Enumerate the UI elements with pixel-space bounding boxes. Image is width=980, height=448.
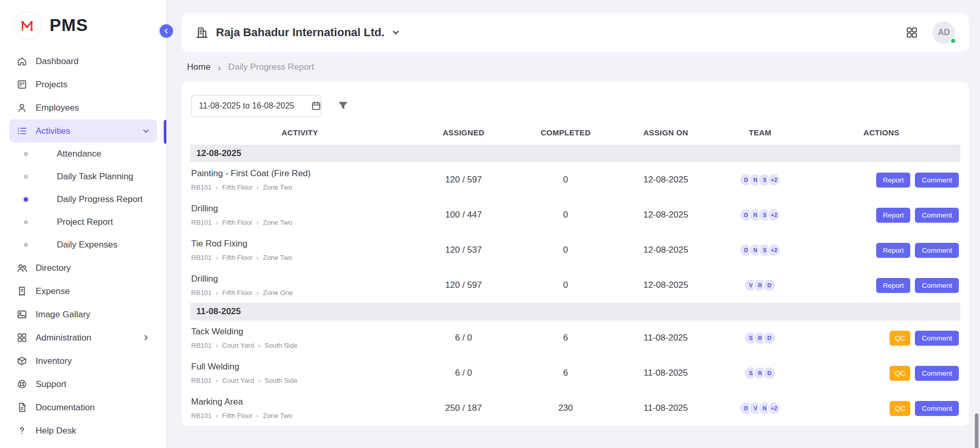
report-button[interactable]: Report xyxy=(876,243,911,258)
sidebar-item-image-gallery[interactable]: Image Gallary xyxy=(9,303,157,326)
completed-value: 6 xyxy=(518,333,614,343)
company-selector[interactable]: Raja Bahadur International Ltd. xyxy=(195,26,400,39)
completed-value: 6 xyxy=(518,368,614,378)
comment-button[interactable]: Comment xyxy=(915,366,959,381)
people-icon xyxy=(17,262,27,273)
path-segment: Fifth Floor xyxy=(222,412,253,420)
sidebar-item-employees[interactable]: Employees xyxy=(9,96,157,119)
team-avatars: DVN+2 xyxy=(718,401,802,415)
lifebuoy-icon xyxy=(17,379,27,390)
vertical-scrollbar[interactable] xyxy=(975,413,978,448)
team-avatar-more[interactable]: +2 xyxy=(767,173,781,187)
bullet-icon xyxy=(24,243,28,247)
sidebar-collapse-button[interactable] xyxy=(158,23,175,39)
comment-button[interactable]: Comment xyxy=(915,331,959,346)
path-segment: Zone Two xyxy=(263,219,292,226)
team-avatar-more[interactable]: +2 xyxy=(767,208,781,222)
sidebar-item-activities[interactable]: Activities xyxy=(9,119,157,143)
sidebar-item-label: Administration xyxy=(36,333,91,343)
sidebar-item-projects[interactable]: Projects xyxy=(9,73,157,96)
filter-row xyxy=(190,95,960,117)
row-actions: ReportComment xyxy=(802,208,960,223)
path-separator-icon: › xyxy=(258,342,260,349)
team-avatar-more[interactable]: +2 xyxy=(767,243,781,257)
breadcrumb-current: Daily Progress Report xyxy=(228,62,314,72)
qc-button[interactable]: QC xyxy=(890,401,910,416)
date-range-input[interactable] xyxy=(191,95,321,117)
top-header: Raja Bahadur International Ltd. AD xyxy=(182,13,969,52)
team-avatar[interactable]: D xyxy=(763,331,776,345)
team-avatar[interactable]: D xyxy=(763,366,776,380)
column-header-actions: ACTIONS xyxy=(802,128,960,137)
date-range-value[interactable] xyxy=(198,101,307,111)
qc-button[interactable]: QC xyxy=(890,331,910,346)
team-avatar-more[interactable]: +2 xyxy=(767,401,781,415)
team-avatars: VRD xyxy=(718,279,802,292)
assigned-value: 6 / 0 xyxy=(410,333,518,343)
comment-button[interactable]: Comment xyxy=(915,278,959,293)
path-segment: South Side xyxy=(265,377,298,384)
document-icon xyxy=(17,402,27,413)
chevron-down-icon xyxy=(142,127,150,135)
date-group-header: 12-08-2025 xyxy=(190,145,960,162)
comment-button[interactable]: Comment xyxy=(915,173,959,188)
sidebar-item-help-desk[interactable]: Help Desk xyxy=(9,419,157,442)
sidebar-subitem-daily-task-planning[interactable]: Daily Task Planning xyxy=(9,165,157,188)
path-segment: Zone One xyxy=(263,289,293,297)
calendar-icon[interactable] xyxy=(311,101,321,111)
sidebar-subitem-daily-expenses[interactable]: Daily Expenses xyxy=(9,234,157,256)
home-icon xyxy=(17,56,27,67)
activity-path: RB101›Fifth Floor›Zone Two xyxy=(191,254,407,261)
sidebar-nav: Dashboard Projects Employees Activities xyxy=(0,48,166,442)
sidebar-subitem-project-report[interactable]: Project Report xyxy=(9,211,157,234)
comment-button[interactable]: Comment xyxy=(915,401,959,416)
sidebar-item-inventory[interactable]: Inventory xyxy=(9,349,157,373)
filter-funnel-icon[interactable] xyxy=(337,100,349,112)
bullet-icon xyxy=(24,175,28,179)
chevron-right-icon xyxy=(142,334,150,342)
report-card: ACTIVITY ASSIGNED COMPLETED ASSIGN ON TE… xyxy=(182,82,969,426)
avatar[interactable]: AD xyxy=(932,21,955,44)
report-button[interactable]: Report xyxy=(876,173,911,188)
chevron-right-icon: › xyxy=(217,63,221,72)
sidebar-item-administration[interactable]: Administration xyxy=(9,326,157,349)
completed-value: 0 xyxy=(518,175,614,185)
image-icon xyxy=(17,309,27,320)
sidebar-item-label: Documentation xyxy=(36,403,95,413)
report-button[interactable]: Report xyxy=(876,208,911,223)
path-separator-icon: › xyxy=(257,254,259,261)
sidebar-item-expense[interactable]: Expense xyxy=(9,280,157,303)
team-avatar[interactable]: D xyxy=(763,279,776,292)
comment-button[interactable]: Comment xyxy=(915,208,959,223)
column-header-assign-on: ASSIGN ON xyxy=(614,128,718,137)
assign-on-value: 12-08-2025 xyxy=(614,245,718,255)
online-status-dot xyxy=(950,38,956,44)
activity-name: Tie Rod Fixing xyxy=(191,239,407,249)
breadcrumb: Home › Daily Progress Report xyxy=(182,52,969,82)
completed-value: 0 xyxy=(518,210,614,220)
sidebar-item-directory[interactable]: Directory xyxy=(9,256,157,280)
path-separator-icon: › xyxy=(257,289,259,296)
table-row: Full Welding RB101›Court Yard›South Side… xyxy=(190,356,960,391)
column-header-completed: COMPLETED xyxy=(518,128,614,137)
path-segment: RB101 xyxy=(191,254,212,261)
assign-on-value: 11-08-2025 xyxy=(614,368,718,378)
qc-button[interactable]: QC xyxy=(890,366,910,381)
sidebar-subitem-attendance[interactable]: Attendance xyxy=(9,143,157,165)
path-separator-icon: › xyxy=(216,342,218,349)
assigned-value: 120 / 597 xyxy=(410,175,518,185)
comment-button[interactable]: Comment xyxy=(915,243,959,258)
sidebar-subitem-daily-progress-report[interactable]: Daily Progress Report xyxy=(9,188,157,211)
sidebar-item-dashboard[interactable]: Dashboard xyxy=(9,50,157,73)
breadcrumb-home[interactable]: Home xyxy=(187,62,210,72)
report-button[interactable]: Report xyxy=(876,278,911,293)
path-segment: Court Yard xyxy=(222,377,254,384)
sidebar-item-support[interactable]: Support xyxy=(9,373,157,396)
activity-path: RB101›Fifth Floor›Zone Two xyxy=(191,412,407,420)
sidebar-subitem-label: Attendance xyxy=(57,149,101,159)
sidebar-item-documentation[interactable]: Documentation xyxy=(9,396,157,419)
sidebar-item-label: Activities xyxy=(36,126,70,136)
person-icon xyxy=(17,102,27,113)
apps-grid-icon[interactable] xyxy=(906,26,918,39)
sidebar-item-label: Help Desk xyxy=(36,426,76,436)
